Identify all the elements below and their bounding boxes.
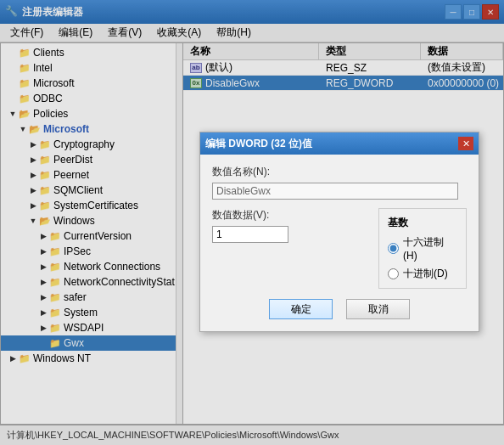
- base-label: 基数: [388, 216, 457, 230]
- dialog-data-label: 数值数据(V):: [212, 208, 365, 222]
- dialog-body: 数值名称(N): 数值数据(V): 基数 十六进制(H): [200, 155, 479, 331]
- radio-hex-input[interactable]: [388, 243, 399, 254]
- dialog-left-col: 数值数据(V):: [212, 208, 365, 243]
- radio-dec-label: 十进制(D): [403, 267, 448, 281]
- dialog-title: 编辑 DWORD (32 位)值: [205, 137, 312, 151]
- radio-hex[interactable]: 十六进制(H): [388, 235, 457, 262]
- dialog-dword: 编辑 DWORD (32 位)值 ✕ 数值名称(N): 数值数据(V): 基数: [199, 132, 479, 332]
- dialog-title-bar: 编辑 DWORD (32 位)值 ✕: [200, 132, 479, 155]
- dialog-data-input[interactable]: [212, 226, 288, 243]
- radio-hex-label: 十六进制(H): [403, 235, 457, 262]
- radio-group: 十六进制(H) 十进制(D): [388, 235, 457, 281]
- radio-dec-input[interactable]: [388, 268, 399, 279]
- dialog-close-button[interactable]: ✕: [458, 137, 473, 150]
- dialog-base-group: 基数 十六进制(H) 十进制(D): [378, 208, 467, 289]
- radio-dec[interactable]: 十进制(D): [388, 267, 457, 281]
- dialog-overlay: 编辑 DWORD (32 位)值 ✕ 数值名称(N): 数值数据(V): 基数: [0, 0, 504, 445]
- dialog-ok-button[interactable]: 确定: [269, 299, 333, 319]
- dialog-cancel-button[interactable]: 取消: [346, 299, 410, 319]
- dialog-lower: 数值数据(V): 基数 十六进制(H) 十进制(D): [212, 208, 467, 289]
- dialog-buttons: 确定 取消: [212, 299, 467, 323]
- dialog-name-row: 数值名称(N):: [212, 165, 467, 200]
- dialog-name-label: 数值名称(N):: [212, 165, 467, 179]
- dialog-name-input[interactable]: [212, 183, 458, 200]
